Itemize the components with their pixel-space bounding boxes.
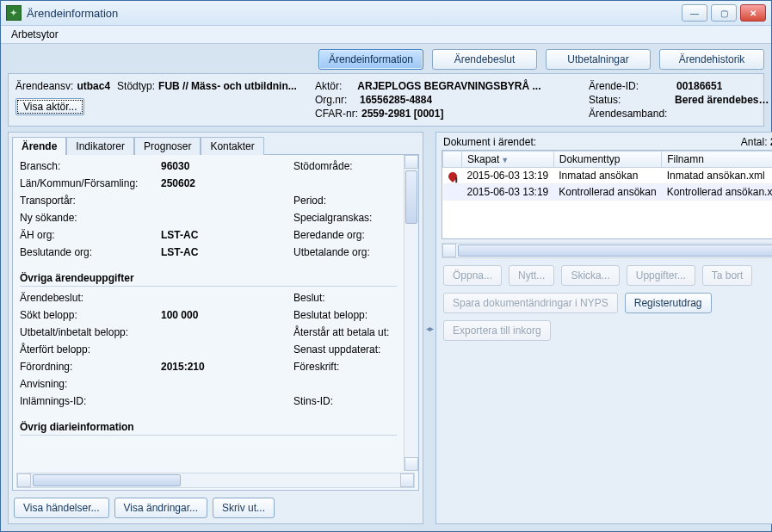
cell-typ: Kontrollerad ansökan	[553, 184, 661, 201]
title-bar: ✦ Ärendeinformation — ▢ ✕	[1, 1, 771, 26]
table-row[interactable]: 2015-06-03 13:19 Kontrollerad ansökan Ko…	[443, 184, 773, 201]
splitter[interactable]: ◂▸	[427, 132, 432, 524]
client-area: Ärendeinformation Ärendebeslut Utbetalni…	[1, 44, 771, 531]
col-icon[interactable]	[443, 152, 462, 168]
cell-fil: Kontrollerad ansökan.xml	[662, 184, 772, 201]
arendeansv-label: Ärendeansv:	[15, 79, 73, 93]
lkf-value: 250602	[161, 177, 290, 189]
doc-header: Dokument i ärendet: Antal: 2 st	[436, 133, 772, 150]
nav-arendehistorik[interactable]: Ärendehistorik	[659, 49, 764, 70]
window-controls: — ▢ ✕	[682, 4, 766, 22]
stins-label: Stins-ID:	[293, 395, 397, 407]
doc-action-row-1: Öppna... Nytt... Skicka... Uppgifter... …	[436, 263, 772, 288]
cell-typ: Inmatad ansökan	[553, 168, 661, 184]
arendesamband-label: Ärendesamband:	[589, 107, 667, 121]
close-button[interactable]: ✕	[740, 4, 766, 22]
arendeansv-value: utbac4	[77, 79, 110, 93]
form-horizontal-scrollbar[interactable]	[16, 473, 415, 488]
ahorg-value: LST-AC	[161, 229, 290, 241]
menu-workspaces[interactable]: Arbetsytor	[6, 27, 64, 42]
beslutande-label: Beslutande org:	[20, 246, 157, 258]
bransch-value: 96030	[161, 160, 290, 172]
app-window: ✦ Ärendeinformation — ▢ ✕ Arbetsytor Äre…	[0, 0, 772, 532]
inlamnings-label: Inlämnings-ID:	[20, 395, 157, 407]
skicka-button[interactable]: Skicka...	[561, 265, 619, 286]
beslutat-label: Beslutat belopp:	[293, 309, 397, 321]
specialgranskas-label: Specialgranskas:	[293, 212, 397, 224]
form-scroll-area: Bransch: 96030 Stödområde: Län/Kommun/Fö…	[13, 155, 418, 471]
document-table: Skapat▼ Dokumenttyp Filnamn 2015-06-03 1…	[442, 150, 772, 239]
antal-label: Antal:	[741, 136, 768, 148]
left-pane: Ärende Indikatorer Prognoser Kontakter B…	[8, 132, 423, 524]
cell-skapat: 2015-06-03 13:19	[462, 168, 554, 184]
tab-indikatorer[interactable]: Indikatorer	[66, 137, 134, 155]
spara-button[interactable]: Spara dokumentändringar i NYPS	[443, 293, 618, 313]
pin-icon	[446, 170, 458, 182]
nav-utbetalningar[interactable]: Utbetalningar	[546, 49, 651, 70]
orgnr-label: Org.nr:	[315, 93, 347, 107]
maximize-button[interactable]: ▢	[711, 4, 737, 22]
forordning-label: Förordning:	[20, 361, 157, 373]
section-diarie: Övrig diarieinformation	[20, 416, 397, 436]
uppgifter-button[interactable]: Uppgifter...	[627, 265, 695, 286]
registerutdrag-button[interactable]: Registerutdrag	[625, 293, 712, 313]
beredande-label: Beredande org:	[293, 229, 397, 241]
beslutande-value: LST-AC	[161, 246, 290, 258]
arendebeslut-label: Ärendebeslut:	[20, 292, 157, 304]
top-nav: Ärendeinformation Ärendebeslut Utbetalni…	[8, 49, 764, 70]
aktor-value: ARJEPLOGS BEGRAVNINGSBYRÅ ...	[357, 79, 540, 93]
tab-kontakter[interactable]: Kontakter	[201, 137, 263, 155]
col-skapat[interactable]: Skapat▼	[462, 152, 554, 168]
utbetalt-label: Utbetalt/inbetalt belopp:	[20, 326, 157, 338]
orgnr-value: 16556285-4884	[360, 93, 432, 107]
col-dokumenttyp[interactable]: Dokumenttyp	[553, 152, 661, 168]
forordning-value: 2015:210	[161, 361, 290, 373]
tab-prognoser[interactable]: Prognoser	[134, 137, 201, 155]
visa-aktor-button[interactable]: Visa aktör...	[15, 98, 84, 115]
visa-andringar-button[interactable]: Visa ändringar...	[114, 498, 208, 518]
nytt-button[interactable]: Nytt...	[509, 265, 554, 286]
app-icon: ✦	[6, 5, 22, 21]
status-label: Status:	[589, 93, 671, 107]
tab-body: Bransch: 96030 Stödområde: Län/Kommun/Fö…	[12, 154, 419, 491]
exportera-button[interactable]: Exportera till inkorg	[443, 320, 551, 341]
aterfort-label: Återfört belopp:	[20, 343, 157, 356]
minimize-button[interactable]: —	[682, 4, 707, 22]
nav-arendebeslut[interactable]: Ärendebeslut	[432, 49, 537, 70]
cell-fil: Inmatad ansökan.xml	[662, 168, 772, 184]
window-title: Ärendeinformation	[27, 7, 682, 20]
foreskrift-label: Föreskrift:	[293, 361, 397, 373]
sokt-label: Sökt belopp:	[20, 309, 157, 321]
aterstar-label: Återstår att betala ut:	[293, 326, 397, 338]
col-filnamn[interactable]: Filnamn	[662, 152, 772, 168]
senast-label: Senast uppdaterat:	[293, 343, 397, 356]
sort-desc-icon: ▼	[501, 156, 509, 164]
ta-bort-button[interactable]: Ta bort	[702, 265, 753, 286]
sokt-value: 100 000	[161, 309, 290, 321]
nav-arendeinformation[interactable]: Ärendeinformation	[318, 49, 423, 70]
cell-skapat: 2015-06-03 13:19	[462, 184, 554, 201]
oppna-button[interactable]: Öppna...	[443, 265, 502, 286]
split-container: Ärende Indikatorer Prognoser Kontakter B…	[8, 132, 764, 524]
skriv-ut-button[interactable]: Skriv ut...	[213, 498, 275, 518]
lkf-label: Län/Kommun/Församling:	[20, 177, 157, 189]
doc-horizontal-scrollbar[interactable]	[442, 243, 772, 258]
visa-handelser-button[interactable]: Visa händelser...	[14, 498, 109, 518]
bransch-label: Bransch:	[20, 160, 157, 172]
left-tabs: Ärende Indikatorer Prognoser Kontakter	[9, 133, 423, 154]
cfar-label: CFAR-nr:	[315, 107, 358, 121]
form-vertical-scrollbar[interactable]	[404, 155, 418, 471]
status-value: Bered ärendebeslut	[675, 93, 769, 107]
section-ovriga: Övriga ärendeuppgifter	[20, 267, 397, 287]
menu-bar: Arbetsytor	[1, 26, 771, 44]
tab-arende[interactable]: Ärende	[12, 137, 66, 155]
doc-action-row-2: Spara dokumentändringar i NYPS Registeru…	[436, 288, 772, 346]
info-panel: Ärendeansv: utbac4 Stödtyp: FUB // Mäss-…	[8, 73, 764, 127]
transportar-label: Transportår:	[20, 195, 157, 207]
left-bottom-buttons: Visa händelser... Visa ändringar... Skri…	[9, 494, 423, 523]
period-label: Period:	[293, 195, 397, 207]
right-pane: Dokument i ärendet: Antal: 2 st Skapat▼ …	[435, 132, 772, 524]
beslut-label: Beslut:	[293, 292, 397, 304]
stodomrade-label: Stödområde:	[293, 160, 397, 172]
table-row[interactable]: 2015-06-03 13:19 Inmatad ansökan Inmatad…	[443, 168, 773, 184]
